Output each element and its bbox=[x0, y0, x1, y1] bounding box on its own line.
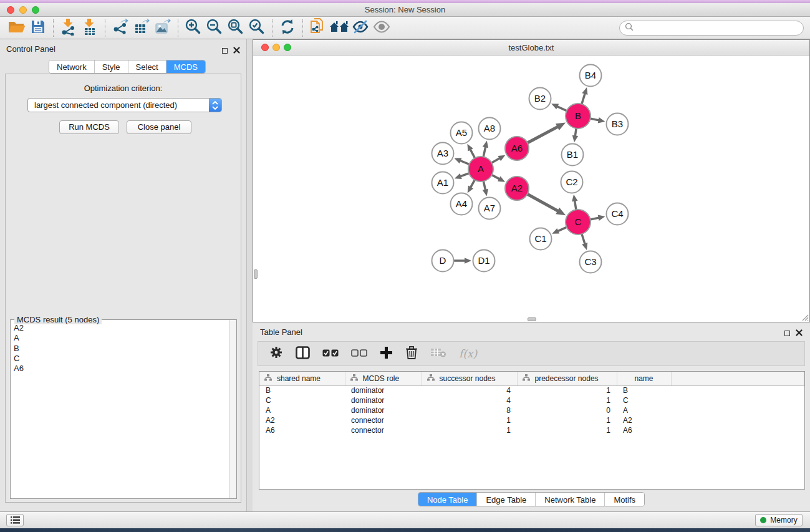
delete-column-trash-icon[interactable] bbox=[405, 346, 418, 362]
result-scrollbar[interactable] bbox=[229, 320, 236, 498]
column-header-name[interactable]: name bbox=[617, 372, 671, 385]
float-table-panel-icon[interactable] bbox=[784, 331, 790, 336]
show-log-console-button[interactable] bbox=[6, 514, 24, 526]
add-column-icon[interactable] bbox=[380, 346, 393, 362]
column-header-successor-nodes[interactable]: successor nodes bbox=[422, 372, 517, 385]
horizontal-scrollbar-thumb[interactable] bbox=[528, 317, 536, 321]
table-cell[interactable]: 0 bbox=[517, 405, 617, 415]
table-row[interactable]: Cdominator41C bbox=[259, 395, 804, 405]
table-row[interactable]: Bdominator41B bbox=[259, 385, 804, 395]
node-label-A6: A6 bbox=[511, 143, 523, 153]
vertical-scrollbar-thumb[interactable] bbox=[254, 269, 258, 279]
table-cell[interactable]: 4 bbox=[422, 395, 517, 405]
table-options-gear-icon[interactable] bbox=[269, 346, 283, 362]
mcds-result-item[interactable]: A2 bbox=[14, 323, 228, 333]
show-graphics-details-button[interactable] bbox=[371, 19, 392, 37]
node-table-container[interactable]: shared nameMCDS rolesuccessor nodesprede… bbox=[259, 371, 805, 490]
arrowhead-A6-B bbox=[556, 123, 566, 130]
table-cell[interactable]: A6 bbox=[617, 425, 671, 435]
table-cell[interactable]: dominator bbox=[345, 405, 422, 415]
memory-button[interactable]: Memory bbox=[755, 514, 803, 526]
mcds-result-item[interactable]: B bbox=[14, 344, 228, 354]
mcds-result-item[interactable]: A bbox=[14, 333, 228, 343]
arrowhead-A-A8 bbox=[483, 141, 488, 148]
table-row[interactable]: A6connector11A6 bbox=[259, 425, 804, 435]
resize-grip-icon[interactable] bbox=[800, 312, 809, 321]
mcds-result-list[interactable]: A2ABCA6 bbox=[11, 322, 228, 498]
column-type-icon bbox=[350, 374, 358, 383]
table-cell[interactable]: C bbox=[259, 395, 345, 405]
table-cell[interactable]: 4 bbox=[422, 385, 517, 395]
optimization-criterion-select[interactable]: largest connected component (directed) bbox=[27, 98, 222, 112]
apply-layout-button[interactable] bbox=[277, 19, 298, 37]
table-cell[interactable]: A2 bbox=[617, 415, 671, 425]
export-network-button[interactable] bbox=[110, 19, 131, 37]
table-cell[interactable]: A6 bbox=[259, 425, 345, 435]
table-cell[interactable]: 1 bbox=[517, 425, 617, 435]
table-cell[interactable]: C bbox=[617, 395, 671, 405]
close-panel-icon[interactable] bbox=[233, 45, 240, 56]
table-row[interactable]: A2connector11A2 bbox=[259, 415, 804, 425]
show-home-panel-button[interactable] bbox=[329, 19, 350, 37]
table-cell[interactable]: A bbox=[259, 405, 345, 415]
table-cell[interactable]: 1 bbox=[422, 425, 517, 435]
tab-mcds[interactable]: MCDS bbox=[166, 60, 205, 73]
table-cell[interactable]: B bbox=[259, 385, 345, 395]
tab-edge-table[interactable]: Edge Table bbox=[477, 493, 536, 506]
table-cell[interactable]: 8 bbox=[422, 405, 517, 415]
column-header-MCDS-role[interactable]: MCDS role bbox=[345, 372, 422, 385]
eye-icon bbox=[373, 20, 390, 36]
zoom-fit-button[interactable] bbox=[225, 19, 246, 37]
tab-select[interactable]: Select bbox=[128, 60, 166, 73]
hide-graphics-details-button[interactable] bbox=[350, 19, 371, 37]
zoom-selected-button[interactable] bbox=[246, 19, 268, 37]
column-type-icon bbox=[523, 374, 530, 383]
table-cell[interactable]: 1 bbox=[517, 415, 617, 425]
table-cell[interactable]: dominator bbox=[345, 385, 422, 395]
float-panel-icon[interactable] bbox=[222, 48, 228, 54]
search-box[interactable] bbox=[619, 21, 804, 36]
tab-motifs[interactable]: Motifs bbox=[605, 493, 644, 506]
run-mcds-button[interactable]: Run MCDS bbox=[59, 120, 119, 134]
tab-node-table[interactable]: Node Table bbox=[418, 493, 478, 506]
save-session-button[interactable] bbox=[27, 19, 49, 37]
table-cell[interactable]: 1 bbox=[517, 395, 617, 405]
zoom-out-button[interactable] bbox=[204, 19, 225, 37]
network-canvas[interactable]: B4B2BB3A8A5A6B1A3AC2A1A2A4A7C4CC1C3DD1 bbox=[253, 56, 809, 322]
table-cell[interactable]: A bbox=[617, 405, 671, 415]
search-input[interactable] bbox=[634, 24, 798, 32]
mcds-panel-body: Optimization criterion: largest connecte… bbox=[5, 74, 241, 503]
close-panel-button[interactable]: Close panel bbox=[127, 120, 191, 134]
node-label-B2: B2 bbox=[534, 93, 546, 104]
import-table-button[interactable] bbox=[79, 19, 100, 37]
network-window-titlebar[interactable]: testGlobe.txt bbox=[253, 40, 809, 56]
table-cell[interactable]: 1 bbox=[422, 415, 517, 425]
close-table-panel-icon[interactable] bbox=[796, 327, 803, 339]
tab-network-table[interactable]: Network Table bbox=[536, 493, 605, 506]
zoom-in-button[interactable] bbox=[183, 19, 204, 37]
mcds-result-item[interactable]: C bbox=[14, 354, 228, 364]
open-session-button[interactable] bbox=[6, 19, 27, 37]
table-cell[interactable]: B bbox=[617, 385, 671, 395]
column-header-filler bbox=[671, 372, 804, 385]
deselect-all-rows-icon[interactable] bbox=[351, 348, 367, 359]
select-all-rows-icon[interactable] bbox=[322, 348, 339, 359]
table-cell[interactable]: dominator bbox=[345, 395, 422, 405]
import-network-button[interactable] bbox=[58, 19, 79, 37]
mcds-result-item[interactable]: A6 bbox=[14, 364, 228, 374]
column-header-shared-name[interactable]: shared name bbox=[259, 372, 345, 385]
show-column-icon[interactable] bbox=[296, 346, 310, 362]
export-image-button[interactable] bbox=[152, 19, 173, 37]
tab-network[interactable]: Network bbox=[49, 60, 95, 73]
table-cell[interactable]: 1 bbox=[517, 385, 617, 395]
toolbar-separator bbox=[178, 19, 178, 37]
table-row[interactable]: Adominator80A bbox=[259, 405, 804, 415]
table-cell[interactable]: connector bbox=[345, 425, 422, 435]
table-cell[interactable]: A2 bbox=[259, 415, 345, 425]
tab-style[interactable]: Style bbox=[95, 60, 128, 73]
search-icon bbox=[625, 22, 634, 34]
export-table-button[interactable] bbox=[131, 19, 152, 37]
new-session-button[interactable] bbox=[307, 19, 329, 37]
table-cell[interactable]: connector bbox=[345, 415, 422, 425]
column-header-predecessor-nodes[interactable]: predecessor nodes bbox=[517, 372, 617, 385]
